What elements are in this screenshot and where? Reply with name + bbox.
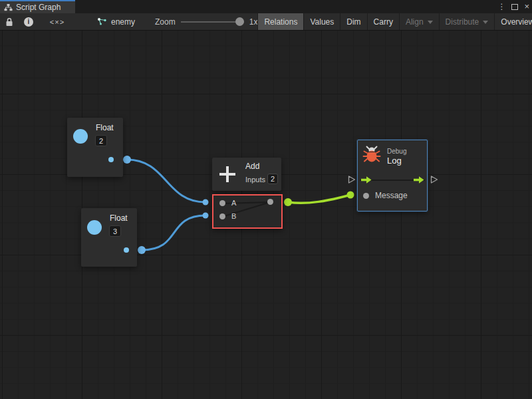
wire-endpoint-dot[interactable] bbox=[203, 213, 209, 219]
zoom-value: 1x bbox=[249, 17, 258, 27]
values-label: Values bbox=[310, 17, 334, 27]
float-output-port[interactable] bbox=[108, 157, 114, 162]
zoom-control: Zoom 1x bbox=[155, 13, 257, 30]
add-node-header[interactable]: Add Inputs 2 bbox=[212, 158, 281, 191]
toolbar-button-group: Relations Values Dim Carry Align Distrib… bbox=[257, 13, 532, 30]
node-title: Float bbox=[110, 213, 128, 223]
lock-button[interactable] bbox=[0, 13, 19, 30]
add-input-port-b[interactable] bbox=[219, 213, 225, 219]
add-input-port-a[interactable] bbox=[219, 200, 225, 206]
chevron-down-icon bbox=[483, 21, 488, 24]
wire-endpoint-dot[interactable] bbox=[284, 198, 292, 206]
control-input-arrow-icon[interactable] bbox=[361, 176, 372, 184]
node-category: Debug bbox=[387, 148, 406, 155]
tab-strip: Script Graph ⋮ × bbox=[0, 0, 532, 13]
float-node-3[interactable]: Float 3 bbox=[81, 208, 137, 267]
message-input-port[interactable] bbox=[363, 193, 369, 199]
distribute-button[interactable]: Distribute bbox=[440, 13, 495, 30]
graph-name: enemy bbox=[111, 17, 135, 27]
graph-canvas[interactable]: Float 2 Float 3 Add Inputs 2 A bbox=[0, 31, 532, 399]
graph-breadcrumb[interactable]: enemy bbox=[93, 13, 139, 30]
inputs-count-field[interactable]: 2 bbox=[267, 174, 278, 184]
align-label: Align bbox=[406, 17, 424, 27]
node-title: Add bbox=[245, 162, 259, 171]
wire-endpoint-dot[interactable] bbox=[347, 192, 354, 199]
zoom-slider-track bbox=[181, 21, 244, 23]
wire-endpoint-dot[interactable] bbox=[138, 246, 146, 254]
align-button[interactable]: Align bbox=[400, 13, 439, 30]
inputs-label: Inputs bbox=[245, 176, 265, 184]
flow-exit-triangle-icon[interactable] bbox=[430, 175, 439, 184]
float-output-port[interactable] bbox=[124, 247, 129, 253]
node-title: Log bbox=[387, 156, 402, 166]
float-output-port-large[interactable] bbox=[73, 129, 88, 144]
add-node-ports-highlighted[interactable]: A B bbox=[212, 194, 283, 229]
relations-button[interactable]: Relations bbox=[258, 13, 303, 30]
window-menu-icon[interactable]: ⋮ bbox=[497, 0, 505, 13]
add-output-port[interactable] bbox=[267, 199, 273, 205]
values-button[interactable]: Values bbox=[304, 13, 340, 30]
graph-network-icon bbox=[97, 17, 107, 26]
tab-title: Script Graph bbox=[16, 3, 61, 12]
chevron-down-icon bbox=[428, 21, 433, 24]
float-output-port-large[interactable] bbox=[87, 220, 102, 235]
port-b-label: B bbox=[231, 212, 236, 220]
wire-add-to-debug-message[interactable] bbox=[288, 195, 350, 203]
float-node-2[interactable]: Float 2 bbox=[67, 118, 123, 177]
zoom-slider[interactable] bbox=[181, 17, 244, 26]
port-a-label: A bbox=[231, 199, 236, 207]
info-button[interactable]: i bbox=[19, 13, 39, 30]
info-icon: i bbox=[24, 17, 33, 27]
window-controls: ⋮ × bbox=[497, 0, 529, 13]
zoom-label: Zoom bbox=[155, 17, 176, 27]
wire-endpoint-dot[interactable] bbox=[203, 200, 209, 205]
graph-hierarchy-icon bbox=[4, 4, 13, 11]
flow-entry-triangle-icon[interactable] bbox=[347, 175, 356, 184]
relations-label: Relations bbox=[264, 17, 297, 27]
carry-label: Carry bbox=[374, 17, 393, 27]
float-value-field[interactable]: 2 bbox=[95, 135, 107, 146]
script-graph-window: Script Graph ⋮ × i <×> bbox=[0, 0, 532, 399]
message-label: Message bbox=[375, 191, 408, 200]
bug-icon bbox=[362, 145, 381, 164]
code-icon: <×> bbox=[50, 18, 65, 26]
graph-toolbar: i <×> enemy Zoom 1x Relation bbox=[0, 13, 532, 31]
carry-button[interactable]: Carry bbox=[368, 13, 399, 30]
tab-script-graph[interactable]: Script Graph bbox=[0, 0, 75, 13]
maximize-icon[interactable] bbox=[511, 4, 518, 10]
wire-float2-to-add-a[interactable] bbox=[127, 160, 205, 202]
float-value-field[interactable]: 3 bbox=[109, 225, 121, 237]
distribute-label: Distribute bbox=[446, 17, 479, 27]
dim-label: Dim bbox=[346, 17, 360, 27]
overview-label: Overview bbox=[501, 17, 532, 27]
code-preview-button[interactable]: <×> bbox=[39, 13, 76, 30]
lock-icon bbox=[5, 17, 13, 27]
overview-button[interactable]: Overview bbox=[495, 13, 532, 30]
control-output-arrow-icon[interactable] bbox=[414, 176, 424, 184]
wire-float3-to-add-b[interactable] bbox=[142, 215, 205, 250]
zoom-slider-handle[interactable] bbox=[235, 17, 244, 26]
wire-endpoint-dot[interactable] bbox=[123, 156, 131, 164]
node-title: Float bbox=[96, 123, 114, 132]
close-icon[interactable]: × bbox=[524, 0, 529, 13]
plus-icon bbox=[219, 166, 235, 182]
debug-log-node-selected[interactable]: Debug Log Message bbox=[357, 140, 428, 211]
dim-button[interactable]: Dim bbox=[340, 13, 366, 30]
